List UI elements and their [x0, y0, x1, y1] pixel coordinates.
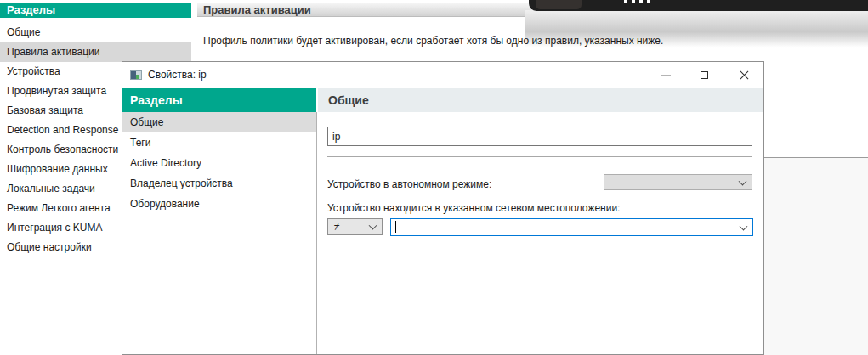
rule-name-input[interactable]: [327, 127, 752, 146]
screen-share-toolbar[interactable]: [529, 0, 868, 11]
dialog-section-header: Общие: [318, 88, 763, 112]
rules-list-lower-area: [764, 158, 868, 355]
dialog-tab-active-directory[interactable]: Active Directory: [122, 153, 316, 173]
sidebar-item-obschie[interactable]: Общие: [0, 23, 191, 42]
chevron-down-icon: [739, 177, 747, 185]
dialog-tab-oborudovanie[interactable]: Оборудование: [122, 194, 316, 214]
toolbar-segment: [536, 0, 582, 9]
sidebar-item-pravila-aktivacii[interactable]: Правила активации: [0, 42, 191, 62]
text-cursor: [395, 221, 396, 233]
network-location-label: Устройство находится в указанном сетевом…: [327, 202, 620, 214]
maximize-icon: [701, 71, 708, 79]
maximize-button[interactable]: [685, 62, 724, 88]
background-gradient: [525, 10, 868, 58]
close-button[interactable]: [724, 62, 763, 88]
dialog-title: Свойства: ip: [148, 62, 207, 88]
policy-sidebar-header: Разделы: [0, 3, 191, 18]
activation-rules-description: Профиль политики будет активирован, если…: [203, 35, 663, 47]
properties-dialog: Свойства: ip Разделы Общие Общие Теги Ac…: [122, 61, 764, 355]
properties-window-icon: [130, 70, 142, 80]
dialog-titlebar[interactable]: Свойства: ip: [122, 62, 763, 88]
offline-mode-select[interactable]: [604, 174, 752, 190]
offline-mode-label: Устройство в автономном режиме:: [327, 178, 491, 190]
dialog-sidebar-divider: [316, 112, 317, 354]
minimize-button: [646, 62, 685, 88]
dialog-tab-tegi[interactable]: Теги: [122, 132, 316, 153]
network-location-combo[interactable]: [390, 218, 753, 236]
chevron-down-icon: [740, 222, 748, 230]
form-divider: [327, 156, 752, 157]
dialog-sidebar: Общие Теги Active Directory Владелец уст…: [122, 112, 316, 214]
operator-select[interactable]: ≠: [327, 218, 383, 235]
screen: Разделы Общие Правила активации Устройст…: [0, 0, 868, 355]
operator-value: ≠: [334, 221, 340, 233]
dialog-sidebar-header: Разделы: [122, 88, 316, 112]
minimize-icon: [661, 75, 671, 76]
rules-list-bottom-border: [764, 157, 868, 158]
grip-dots-icon[interactable]: [624, 0, 650, 3]
chevron-down-icon: [369, 222, 377, 230]
dialog-tab-obschie[interactable]: Общие: [122, 112, 316, 132]
dialog-tab-vladelec-ustroystva[interactable]: Владелец устройства: [122, 173, 316, 194]
